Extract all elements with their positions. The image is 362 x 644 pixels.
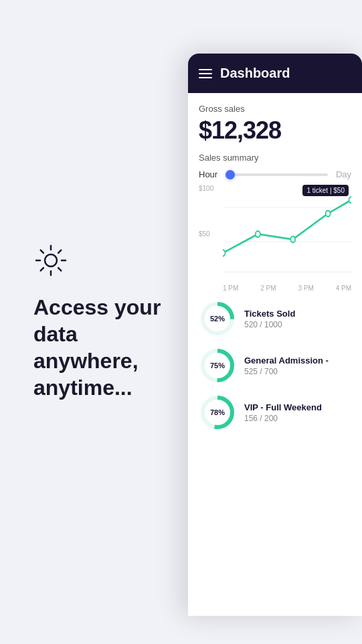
x-label-3pm: 3 PM — [298, 285, 313, 292]
x-label-4pm: 4 PM — [336, 285, 351, 292]
tickets-count: 520 / 1000 — [244, 320, 351, 329]
donut-vip-label: 78% — [199, 394, 236, 431]
sun-icon — [33, 243, 68, 278]
progress-info-general: General Admission - 525 / 700 — [244, 355, 351, 376]
y-label-100: $100 — [199, 185, 213, 192]
progress-item-vip: 78% VIP - Full Weekend 156 / 200 — [199, 394, 351, 431]
dashboard-header: Dashboard — [188, 54, 362, 93]
dashboard-panel: Dashboard Gross sales $12,328 Sales summ… — [188, 54, 362, 616]
svg-point-12 — [223, 250, 225, 256]
left-panel-tagline: Access your data anywhere, anytime... — [33, 294, 181, 401]
progress-info-tickets: Tickets Sold 520 / 1000 — [244, 309, 351, 329]
toggle-thumb — [225, 170, 235, 179]
chart-x-labels: 1 PM 2 PM 3 PM 4 PM — [223, 285, 351, 292]
progress-item-tickets: 52% Tickets Sold 520 / 1000 — [199, 300, 351, 337]
donut-general: 75% — [199, 347, 236, 384]
toggle-track[interactable] — [225, 173, 328, 176]
sales-chart: 1 ticket | $50 $100 $50 — [199, 185, 351, 292]
vip-name: VIP - Full Weekend — [244, 402, 351, 412]
donut-vip: 78% — [199, 394, 236, 431]
chart-svg-container — [223, 185, 351, 276]
svg-line-5 — [41, 250, 43, 253]
svg-line-6 — [58, 268, 61, 270]
x-label-1pm: 1 PM — [223, 285, 238, 292]
svg-line-7 — [58, 250, 61, 253]
x-label-2pm: 2 PM — [260, 285, 276, 292]
gross-sales-value: $12,328 — [199, 116, 351, 145]
tickets-name: Tickets Sold — [244, 309, 351, 319]
toggle-hour-label: Hour — [199, 169, 217, 179]
svg-line-8 — [41, 268, 43, 270]
progress-section: 52% Tickets Sold 520 / 1000 75% Gene — [199, 300, 351, 431]
chart-y-labels: $100 $50 — [199, 185, 213, 276]
menu-button[interactable] — [199, 69, 212, 78]
svg-point-16 — [349, 197, 351, 203]
general-count: 525 / 700 — [244, 367, 351, 376]
svg-point-15 — [326, 211, 331, 217]
sales-summary-label: Sales summary — [199, 153, 351, 163]
progress-info-vip: VIP - Full Weekend 156 / 200 — [244, 402, 351, 423]
donut-tickets-label: 52% — [199, 300, 236, 337]
dashboard-content: Gross sales $12,328 Sales summary Hour D… — [188, 93, 362, 616]
dashboard-title: Dashboard — [220, 66, 290, 81]
time-toggle[interactable]: Hour Day — [199, 169, 351, 179]
y-label-50: $50 — [199, 230, 213, 238]
left-panel: Access your data anywhere, anytime... — [0, 0, 207, 644]
progress-item-general: 75% General Admission - 525 / 700 — [199, 347, 351, 384]
donut-general-label: 75% — [199, 347, 236, 384]
vip-count: 156 / 200 — [244, 414, 351, 423]
svg-point-13 — [256, 231, 260, 237]
general-name: General Admission - — [244, 355, 351, 366]
svg-point-14 — [290, 236, 295, 242]
gross-sales-label: Gross sales — [199, 104, 351, 114]
donut-tickets: 52% — [199, 300, 236, 337]
toggle-day-label: Day — [336, 169, 351, 179]
svg-point-0 — [45, 254, 57, 266]
line-chart-svg — [223, 185, 351, 276]
